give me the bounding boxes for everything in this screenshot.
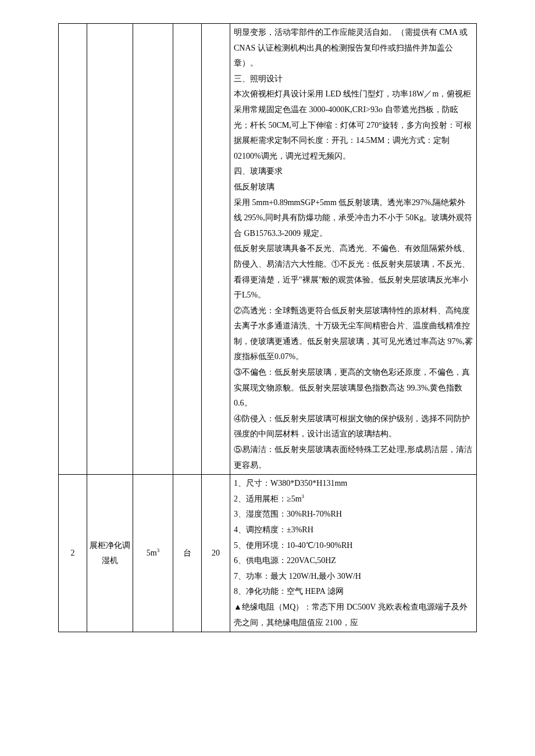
cell-name <box>87 24 133 475</box>
cell-qty: 20 <box>202 475 230 632</box>
table-row: 2 展柜净化调湿机 5m3 台 20 1、尺寸：W380*D350*H131mm… <box>59 475 477 632</box>
cell-qty <box>202 24 230 475</box>
cell-desc: 1、尺寸：W380*D350*H131mm2、适用展柜：≥5m33、湿度范围：3… <box>230 475 477 632</box>
cell-desc: 明显变形，活动零部件的工作应能灵活自如。（需提供有 CMA 或 CNAS 认证检… <box>230 24 477 475</box>
cell-spec: 5m3 <box>133 475 173 632</box>
cell-index <box>59 24 87 475</box>
cell-index: 2 <box>59 475 87 632</box>
cell-spec <box>133 24 173 475</box>
cell-name: 展柜净化调湿机 <box>87 475 133 632</box>
cell-unit: 台 <box>173 475 202 632</box>
table-row: 明显变形，活动零部件的工作应能灵活自如。（需提供有 CMA 或 CNAS 认证检… <box>59 24 477 475</box>
spec-table: 明显变形，活动零部件的工作应能灵活自如。（需提供有 CMA 或 CNAS 认证检… <box>58 23 477 632</box>
cell-unit <box>173 24 202 475</box>
